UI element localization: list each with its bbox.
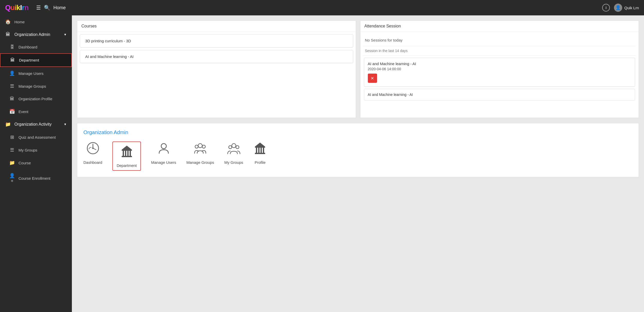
org-admin-section-title: Organization Admin [83, 129, 632, 135]
org-icon-label-manage-groups: Manage Groups [186, 160, 214, 165]
org-icon-label-manage-users: Manage Users [151, 160, 176, 165]
manage-users-icon-shape [157, 142, 170, 158]
sidebar-item-org-admin[interactable]: 🏛 Organization Admin ▼ [0, 28, 72, 41]
org-icon-profile[interactable]: Profile [253, 142, 267, 171]
sidebar-item-my-groups[interactable]: ☰ My Groups [0, 144, 72, 156]
org-icon-department[interactable]: Department [112, 142, 141, 171]
svg-rect-8 [130, 151, 131, 156]
manage-users-icon: 👤 [9, 71, 15, 76]
logo[interactable]: QuikIrn [5, 4, 28, 12]
courses-panel-body: 3D printing curriculum - 3D AI and Machi… [77, 32, 356, 118]
sidebar-label-org-activity: Organization Activity [14, 122, 52, 127]
home-icon: 🏠 [5, 19, 11, 25]
sidebar-label-dashboard: Dashboard [18, 45, 37, 49]
content-area: Courses 3D printing curriculum - 3D AI a… [72, 15, 644, 312]
main-layout: 🏠 Home 🏛 Organization Admin ▼ 🎛 Dashboar… [0, 15, 644, 312]
svg-rect-19 [256, 148, 257, 153]
sidebar-label-manage-groups: Manage Groups [18, 84, 46, 88]
course-icon: 📁 [9, 160, 15, 166]
header-center: ☰ 🔍 Home [28, 5, 602, 11]
hamburger-icon[interactable]: ☰ [36, 5, 41, 11]
sidebar-item-home[interactable]: 🏠 Home [0, 15, 72, 28]
sidebar-label-quiz: Quiz and Assessment [18, 135, 56, 139]
org-activity-icon: 📁 [5, 122, 11, 127]
org-icon-label-department: Department [117, 163, 137, 168]
org-icon-dashboard[interactable]: Dashboard [83, 142, 102, 171]
sidebar: 🏠 Home 🏛 Organization Admin ▼ 🎛 Dashboar… [0, 15, 72, 312]
profile-icon-shape [253, 142, 267, 158]
sidebar-item-event[interactable]: 📅 Event [0, 105, 72, 118]
courses-panel: Courses 3D printing curriculum - 3D AI a… [77, 21, 356, 118]
department-icon: 🏛 [10, 57, 15, 63]
svg-point-12 [202, 145, 205, 148]
sidebar-item-manage-users[interactable]: 👤 Manage Users [0, 67, 72, 80]
svg-point-14 [229, 146, 232, 149]
org-admin-icon: 🏛 [5, 32, 11, 37]
course-card-label-2: AI and Machine learning - AI [85, 54, 133, 59]
session-name-1: AI and Machine learning - AI [368, 62, 631, 66]
sidebar-label-home: Home [14, 20, 25, 24]
org-icon-label-dashboard: Dashboard [83, 160, 102, 165]
chevron-down-icon: ▼ [64, 33, 67, 36]
user-avatar[interactable]: 👤 Quik Lrn [614, 4, 639, 12]
my-groups-icon-shape [227, 142, 241, 158]
org-icon-manage-users[interactable]: Manage Users [151, 142, 176, 171]
sidebar-item-course[interactable]: 📁 Course [0, 156, 72, 169]
course-enrollment-icon: 👤+ [9, 173, 15, 184]
no-session-text: No Sessions for today [363, 34, 636, 46]
svg-point-10 [198, 144, 202, 148]
attendance-panel: Attendance Session No Sessions for today… [360, 21, 639, 118]
chevron-down-icon-2: ▼ [64, 123, 67, 126]
svg-marker-18 [255, 143, 265, 147]
svg-rect-22 [263, 148, 264, 153]
my-groups-icon: ☰ [9, 147, 15, 153]
delete-session-button[interactable]: ✕ [368, 74, 377, 83]
course-card-label-1: 3D printing curriculum - 3D [85, 39, 131, 43]
attendance-panel-header: Attendance Session [360, 21, 639, 32]
svg-point-9 [161, 144, 166, 149]
avatar-icon: 👤 [614, 4, 622, 12]
manage-groups-icon: ☰ [9, 83, 15, 89]
org-profile-icon: 🏛 [9, 96, 15, 102]
sidebar-item-dashboard[interactable]: 🎛 Dashboard [0, 41, 72, 53]
org-icon-label-my-groups: My Groups [224, 160, 243, 165]
sidebar-label-manage-users: Manage Users [18, 71, 44, 76]
org-icon-my-groups[interactable]: My Groups [224, 142, 243, 171]
sidebar-item-org-activity[interactable]: 📁 Organization Activity ▼ [0, 118, 72, 131]
org-icon-manage-groups[interactable]: Manage Groups [186, 142, 214, 171]
courses-panel-header: Courses [77, 21, 356, 32]
manage-groups-icon-shape [194, 142, 207, 158]
top-header: QuikIrn ☰ 🔍 Home i 👤 Quik Lrn [0, 0, 644, 15]
user-name: Quik Lrn [624, 6, 639, 10]
sidebar-label-course: Course [18, 161, 31, 165]
department-icon-shape [120, 145, 133, 161]
org-admin-icons-row: Dashboard [83, 142, 632, 171]
sidebar-label-org-profile: Organization Profile [18, 97, 52, 101]
svg-rect-21 [261, 148, 262, 153]
svg-point-1 [92, 147, 94, 149]
org-icon-label-profile: Profile [255, 160, 266, 165]
panels-row: Courses 3D printing curriculum - 3D AI a… [77, 21, 639, 118]
header-title: Home [53, 5, 66, 11]
course-card-2[interactable]: AI and Machine learning - AI [80, 50, 353, 63]
svg-rect-6 [125, 151, 126, 156]
svg-rect-2 [122, 156, 132, 157]
org-admin-section: Organization Admin Dashboard [77, 123, 639, 177]
sidebar-item-quiz[interactable]: ⊞ Quiz and Assessment [0, 131, 72, 144]
svg-rect-3 [122, 150, 132, 151]
sidebar-label-department: Department [19, 58, 39, 62]
sidebar-item-course-enrollment[interactable]: 👤+ Course Enrollment [0, 169, 72, 187]
sidebar-item-department[interactable]: 🏛 Department [0, 53, 72, 67]
svg-rect-5 [123, 151, 124, 156]
info-icon[interactable]: i [602, 4, 610, 12]
svg-point-15 [236, 146, 239, 149]
sidebar-item-manage-groups[interactable]: ☰ Manage Groups [0, 80, 72, 93]
sidebar-item-org-profile[interactable]: 🏛 Organization Profile [0, 93, 72, 105]
sidebar-label-org-admin: Organization Admin [14, 32, 50, 37]
search-icon[interactable]: 🔍 [44, 5, 50, 11]
course-card-1[interactable]: 3D printing curriculum - 3D [80, 34, 353, 47]
svg-rect-17 [255, 147, 265, 148]
attendance-card-1: AI and Machine learning - AI 2020-04-06 … [364, 58, 635, 87]
event-icon: 📅 [9, 109, 15, 114]
sidebar-label-my-groups: My Groups [18, 148, 37, 152]
